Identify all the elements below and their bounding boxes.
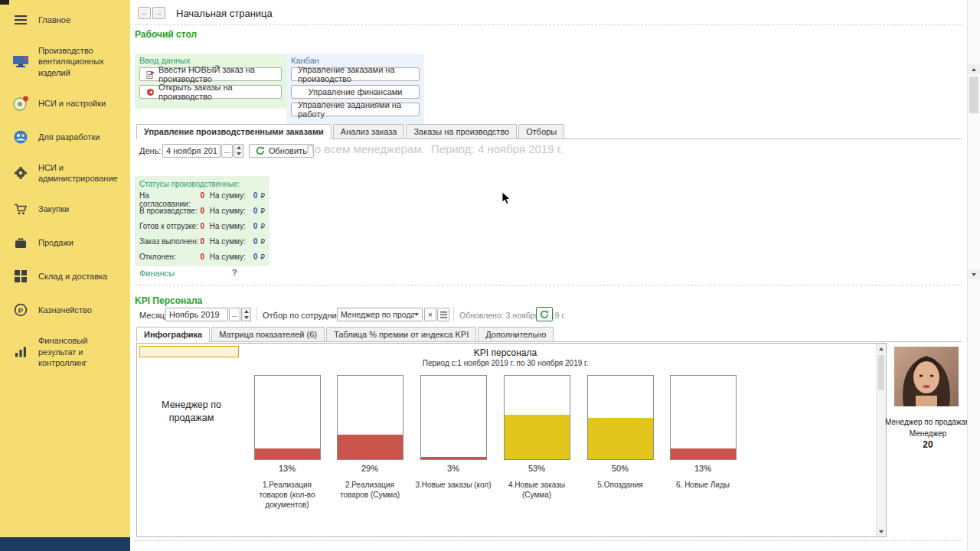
- scroll-up-icon[interactable]: [877, 344, 886, 354]
- status-row: На согласовании: 0 На сумму: 0 ₽: [139, 191, 265, 207]
- tab-additional[interactable]: Дополнительно: [478, 327, 554, 341]
- status-sum: 0: [247, 191, 257, 200]
- button-label: Управление заданиями на работу: [298, 100, 413, 119]
- scroll-up-icon[interactable]: [968, 64, 980, 74]
- clear-filter-button[interactable]: ×: [424, 308, 436, 321]
- currency-sign: ₽: [257, 207, 265, 215]
- kpi-gauge-column: 53% 4.Новые заказы (Сумма): [495, 375, 578, 500]
- sidebar-item-label: Закупки: [38, 204, 69, 214]
- kpi-gauge[interactable]: [504, 375, 570, 460]
- sidebar-item-production[interactable]: Производство вентиляционных изделий: [0, 37, 130, 86]
- tab-production-orders[interactable]: Заказы на производство: [406, 124, 517, 139]
- status-row: Готов к отгрузке: 0 На сумму: 0 ₽: [139, 222, 265, 237]
- list-icon: [440, 311, 447, 318]
- manage-finances-button[interactable]: Управление финансами: [291, 85, 420, 99]
- kpi-gauge[interactable]: [337, 375, 403, 460]
- kpi-refresh-button[interactable]: [536, 307, 553, 321]
- manage-production-orders-button[interactable]: Управление заказами на производство: [291, 67, 420, 81]
- sidebar-item-sales[interactable]: Продажи: [0, 226, 130, 259]
- choose-from-list-button[interactable]: [437, 308, 449, 321]
- day-more-button[interactable]: ...: [221, 144, 233, 158]
- gauge-fill: [505, 415, 570, 459]
- tab-order-analysis[interactable]: Анализ заказа: [333, 124, 405, 139]
- scroll-thumb[interactable]: [969, 77, 978, 113]
- status-label: В производстве:: [139, 207, 201, 215]
- day-input[interactable]: [162, 144, 220, 158]
- sidebar-item-development[interactable]: Для разработки: [0, 120, 130, 154]
- treasury-icon: Р: [11, 302, 31, 318]
- nav-forward-button[interactable]: →: [152, 7, 165, 19]
- scroll-thumb[interactable]: [878, 355, 884, 390]
- month-more-button[interactable]: ...: [229, 308, 240, 321]
- gauge-percent: 53%: [495, 464, 578, 473]
- window-corner: [0, 0, 9, 5]
- desktop-heading: Рабочий стол: [135, 29, 197, 40]
- tab-infographic[interactable]: Инфографика: [136, 327, 210, 342]
- open-production-orders-button[interactable]: Открыть заказы на производство: [139, 85, 282, 99]
- gauge-fill: [588, 418, 653, 460]
- employee-filter-combo[interactable]: Менеджер по продажам: [337, 308, 423, 321]
- gear-icon: [11, 165, 31, 181]
- tab-indicator-matrix[interactable]: Матрица показателей (6): [211, 327, 325, 341]
- spin-up-icon[interactable]: [234, 145, 243, 151]
- status-count: 0: [201, 253, 210, 261]
- sidebar-item-label: Для разработки: [38, 132, 100, 142]
- spin-down-icon[interactable]: [234, 151, 243, 157]
- kpi-gauge[interactable]: [587, 375, 654, 460]
- back-arrow-icon: ←: [141, 9, 148, 17]
- refresh-button[interactable]: Обновить: [249, 144, 314, 158]
- scroll-down-icon[interactable]: [877, 527, 886, 536]
- currency-sign: ₽: [257, 238, 265, 246]
- manage-work-tasks-button[interactable]: Управление заданиями на работу: [291, 103, 420, 116]
- employee-filter-label: Отбор по сотруднику:: [263, 311, 347, 320]
- chart-bars-icon: [11, 344, 31, 360]
- month-input[interactable]: [165, 308, 228, 321]
- sidebar-item-purchases[interactable]: Закупки: [0, 192, 130, 226]
- development-icon: [11, 129, 31, 145]
- svg-text:Р: Р: [18, 306, 24, 315]
- kpi-gauge[interactable]: [254, 375, 321, 460]
- production-statuses-box: Статусы производственные: На согласовани…: [135, 176, 270, 266]
- status-row: В производстве: 0 На сумму: 0 ₽: [139, 207, 265, 222]
- day-spinner[interactable]: [234, 144, 243, 158]
- spin-up-icon[interactable]: [242, 308, 250, 315]
- kpi-gauge[interactable]: [670, 375, 737, 460]
- finance-link[interactable]: Финансы: [139, 269, 175, 278]
- new-production-order-button[interactable]: Ввести НОВЫЙ заказ на производство: [139, 67, 282, 81]
- status-sum-label: На сумму:: [210, 207, 247, 215]
- sidebar-item-main[interactable]: Главное: [0, 3, 130, 37]
- sidebar-item-label: НСИ и администрирование: [38, 162, 126, 184]
- gauge-fill: [255, 448, 320, 459]
- statuses-title: Статусы производственные:: [139, 180, 265, 188]
- status-sum: 0: [247, 237, 257, 246]
- app-window: Главное Производство вентиляционных изде…: [0, 0, 980, 551]
- desktop-tabs: Управление производственными заказами Ан…: [136, 124, 962, 139]
- cart-icon: [11, 201, 31, 217]
- sidebar-item-treasury[interactable]: Р Казначейство: [0, 293, 130, 327]
- status-count: 0: [201, 207, 210, 215]
- gauge-fill: [671, 448, 736, 459]
- month-label: Месяц:: [139, 311, 167, 320]
- status-sum-label: На сумму:: [210, 222, 247, 230]
- scroll-down-icon[interactable]: [968, 269, 980, 279]
- sidebar-item-administration[interactable]: НСИ и администрирование: [0, 154, 130, 193]
- month-spinner[interactable]: [241, 308, 251, 321]
- profile-role: Менеджер по продажам: [880, 418, 975, 426]
- separator: [135, 285, 962, 285]
- kpi-gauge[interactable]: [420, 375, 487, 460]
- status-label: Заказ выполнен:: [139, 237, 201, 246]
- help-button[interactable]: ?: [232, 268, 237, 277]
- close-icon: ×: [428, 311, 433, 319]
- kanban-group: Канбан Управление заказами на производст…: [286, 54, 424, 124]
- tab-filters[interactable]: Отборы: [518, 124, 564, 139]
- window-scrollbar[interactable]: [967, 0, 980, 551]
- separator: [135, 540, 962, 541]
- sidebar-item-label: Казначейство: [38, 305, 92, 315]
- sidebar-item-warehouse[interactable]: Склад и доставка: [0, 259, 130, 293]
- sidebar-item-finance-result[interactable]: Финансовый результат и контроллинг: [0, 327, 130, 377]
- nav-back-button[interactable]: ←: [138, 7, 151, 19]
- tab-production-orders-management[interactable]: Управление производственными заказами: [136, 124, 332, 139]
- spin-down-icon[interactable]: [242, 315, 250, 321]
- tab-bonus-table[interactable]: Таблица % премии от индекса KPI: [326, 327, 476, 341]
- sidebar-item-nsi-settings[interactable]: НСИ и настройки: [0, 86, 130, 120]
